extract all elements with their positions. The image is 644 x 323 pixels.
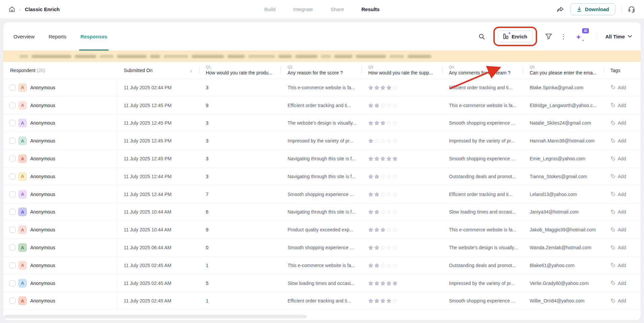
add-tag-button[interactable]: Add	[610, 192, 626, 197]
tags-cell: Add	[604, 298, 641, 303]
nav-share[interactable]: Share	[331, 6, 344, 12]
horizontal-scrollbar[interactable]	[4, 315, 307, 318]
add-tag-button[interactable]: Add	[610, 263, 626, 268]
star-filled-icon	[374, 281, 379, 286]
tab-overview[interactable]: Overview	[13, 22, 35, 51]
star-filled-icon	[380, 156, 385, 161]
row-checkbox[interactable]	[9, 173, 15, 180]
table-row[interactable]: A Anonymous 11 July 2025 12:44 PM 3 Navi…	[3, 168, 641, 186]
row-checkbox[interactable]	[9, 209, 15, 215]
row-checkbox[interactable]	[9, 280, 15, 286]
enrich-button[interactable]: ✦ Enrich	[498, 30, 533, 42]
row-checkbox[interactable]	[9, 138, 15, 144]
column-header-tags[interactable]: Tags	[604, 68, 641, 73]
add-tag-button[interactable]: Add	[610, 281, 626, 286]
add-tag-button[interactable]: Add	[610, 85, 626, 90]
tab-responses[interactable]: Responses	[80, 22, 107, 51]
table-row[interactable]: A Anonymous 11 July 2025 12:45 PM 3 Impr…	[3, 132, 641, 150]
ai-assistant-button[interactable]: AI ✦ ✦	[575, 29, 589, 44]
star-empty-icon	[386, 263, 391, 268]
add-tag-button[interactable]: Add	[610, 245, 626, 250]
q5-email-cell: Blake.Spinka@gmail.com	[523, 85, 604, 90]
q1-rating-cell: 6	[199, 209, 281, 215]
home-icon[interactable]	[9, 6, 15, 12]
row-checkbox[interactable]	[9, 245, 15, 251]
table-row[interactable]: A Anonymous 11 July 2025 12:44 PM 7 Smoo…	[3, 186, 641, 203]
tab-reports[interactable]: Reports	[49, 22, 67, 51]
q2-answer-cell: The website's design is visually...	[281, 120, 362, 126]
star-empty-icon	[392, 121, 397, 125]
table-row[interactable]: A Anonymous 11 July 2025 02:45 AM 1 Effi…	[3, 292, 641, 310]
column-header-q2[interactable]: Q2.Any reason for the score ?	[281, 65, 362, 75]
table-row[interactable]: A Anonymous 11 July 2025 02:45 AM 1 This…	[3, 257, 641, 274]
row-checkbox[interactable]	[9, 262, 15, 268]
respondent-name: Anonymous	[30, 227, 55, 232]
table-row[interactable]: A Anonymous 11 July 2025 12:45 PM 3 Navi…	[3, 150, 641, 168]
add-tag-button[interactable]: Add	[610, 227, 626, 232]
time-filter-dropdown[interactable]: All Time	[605, 34, 632, 39]
row-checkbox[interactable]	[9, 156, 15, 162]
nav-results[interactable]: Results	[362, 6, 380, 12]
tags-cell: Add	[604, 245, 641, 250]
column-header-q4[interactable]: Q4.Any comments for the team ?	[442, 65, 523, 75]
more-options-icon[interactable]: ⋮	[560, 33, 567, 40]
header-divider	[621, 5, 622, 13]
row-checkbox[interactable]	[9, 85, 15, 91]
nav-integrate[interactable]: Integrate	[293, 6, 313, 12]
submitted-on-cell: 11 July 2025 06:44 AM	[117, 245, 199, 250]
respondent-cell: A Anonymous	[3, 203, 117, 221]
tags-cell: Add	[604, 85, 641, 90]
star-filled-icon	[374, 227, 379, 232]
table-row[interactable]: A Anonymous 11 July 2025 02:44 PM 3 This…	[3, 79, 641, 97]
nav-build[interactable]: Build	[264, 6, 275, 12]
download-button[interactable]: Download	[570, 3, 615, 15]
table-row[interactable]: A Anonymous 11 July 2025 10:44 AM 9 Prod…	[3, 221, 641, 239]
search-icon[interactable]	[478, 33, 485, 40]
add-tag-button[interactable]: Add	[610, 120, 626, 126]
add-tag-button[interactable]: Add	[610, 138, 626, 143]
star-filled-icon	[368, 227, 373, 232]
add-tag-button[interactable]: Add	[610, 156, 626, 161]
star-filled-icon	[374, 263, 379, 268]
star-filled-icon	[368, 281, 373, 286]
tags-cell: Add	[604, 156, 641, 161]
row-checkbox[interactable]	[9, 120, 15, 126]
row-checkbox[interactable]	[9, 191, 15, 197]
tags-cell: Add	[604, 209, 641, 215]
row-checkbox[interactable]	[9, 227, 15, 233]
star-empty-icon	[386, 103, 391, 108]
row-checkbox[interactable]	[9, 102, 15, 108]
star-empty-icon	[380, 138, 385, 143]
filter-icon[interactable]	[545, 33, 552, 40]
column-header-q3[interactable]: Q3.How would you rate the supp...	[362, 65, 442, 75]
q3-star-rating-cell	[362, 85, 442, 90]
add-tag-button[interactable]: Add	[610, 209, 626, 215]
share-icon[interactable]	[557, 6, 564, 13]
q2-answer-cell: This e-commerce website is fa...	[281, 263, 362, 268]
add-tag-button[interactable]: Add	[610, 103, 626, 108]
q1-rating-cell: 5	[199, 281, 281, 286]
respondent-cell: A Anonymous	[3, 239, 117, 256]
column-header-submitted-on[interactable]: Submitted On ↓	[117, 67, 199, 73]
table-row[interactable]: A Anonymous 11 July 2025 06:44 AM 0 Smoo…	[3, 239, 641, 257]
table-row[interactable]: A Anonymous 11 July 2025 12:45 PM 3 The …	[3, 115, 641, 132]
row-checkbox[interactable]	[9, 298, 15, 304]
blurred-banner-text	[192, 55, 224, 58]
q3-star-rating-cell	[362, 281, 442, 286]
table-row[interactable]: A Anonymous 11 July 2025 12:45 PM 9 Effi…	[3, 97, 641, 115]
column-header-q5[interactable]: Q5.Can you please enter the ema...	[523, 65, 604, 75]
respondent-name: Anonymous	[30, 298, 55, 303]
results-toolbar: Overview Reports Responses ✦ Enrich	[3, 22, 641, 51]
q5-email-cell: Verlie.Grady80@yahoo.com	[523, 281, 604, 286]
column-header-q1[interactable]: Q1.How would you rate the produ...	[199, 65, 281, 75]
support-headset-icon[interactable]	[628, 6, 635, 13]
respondent-name: Anonymous	[30, 120, 55, 126]
q4-answer-cell: Slow loading times and occasi...	[442, 209, 523, 215]
add-tag-button[interactable]: Add	[610, 298, 626, 303]
add-tag-button[interactable]: Add	[610, 174, 626, 179]
table-row[interactable]: A Anonymous 11 July 2025 02:45 AM 5 Slow…	[3, 274, 641, 292]
sort-descending-icon[interactable]: ↓	[190, 67, 193, 73]
table-row[interactable]: A Anonymous 11 July 2025 10:44 AM 6 Navi…	[3, 203, 641, 221]
column-header-respondent[interactable]: Respondent (20)	[3, 68, 117, 73]
respondent-cell: A Anonymous	[3, 132, 117, 150]
